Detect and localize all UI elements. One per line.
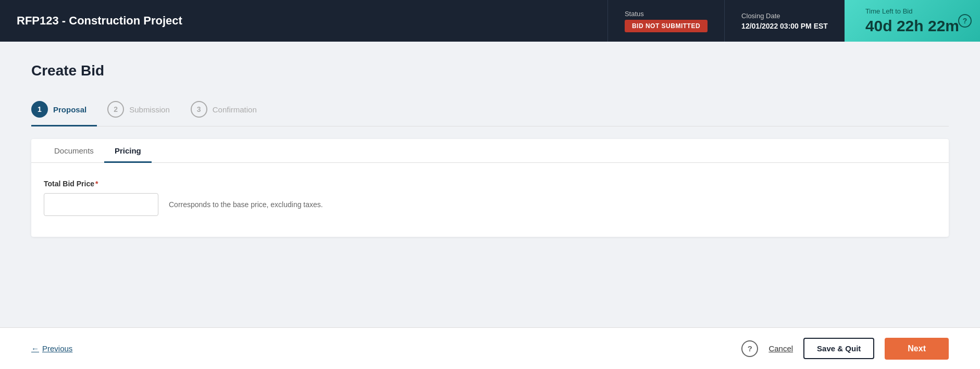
status-label: Status [625,10,708,18]
time-left-label: Time Left to Bid [865,7,959,15]
total-bid-price-row: Corresponds to the base price, excluding… [44,193,936,216]
next-button[interactable]: Next [885,338,949,360]
step-3-label: Confirmation [213,105,257,114]
total-bid-price-hint: Corresponds to the base price, excluding… [169,200,323,209]
header-title: RFP123 - Construction Project [0,0,607,42]
header-time-section: Time Left to Bid 40d 22h 22m ? [845,0,980,42]
main-content: Create Bid 1 Proposal 2 Submission 3 Con… [0,42,980,369]
closing-date-value: 12/01/2022 03:00 PM EST [741,22,828,30]
step-2-label: Submission [129,105,170,114]
tab-pricing[interactable]: Pricing [104,139,152,162]
step-1-label: Proposal [53,105,86,114]
footer-help-button[interactable]: ? [741,340,758,357]
step-3-number: 3 [191,101,207,118]
header-help-icon[interactable]: ? [958,14,972,28]
step-2-submission[interactable]: 2 Submission [107,95,180,126]
time-left-value: 40d 22h 22m [865,17,959,35]
step-3-confirmation[interactable]: 3 Confirmation [191,95,267,126]
previous-button[interactable]: ← Previous [31,344,72,353]
closing-date-label: Closing Date [741,12,828,20]
arrow-left-icon: ← [31,344,39,353]
tab-documents[interactable]: Documents [44,139,104,162]
step-2-number: 2 [107,101,124,118]
footer-left: ← Previous [31,344,741,353]
steps-nav: 1 Proposal 2 Submission 3 Confirmation [31,95,949,126]
status-badge: BID NOT SUBMITTED [625,20,708,32]
footer-right: ? Cancel Save & Quit Next [741,338,949,360]
content-card: Documents Pricing Total Bid Price* Corre… [31,139,949,237]
header: RFP123 - Construction Project Status BID… [0,0,980,42]
save-quit-button[interactable]: Save & Quit [803,338,874,359]
footer: ← Previous ? Cancel Save & Quit Next [0,327,980,369]
sub-tabs: Documents Pricing [31,139,949,163]
step-1-proposal[interactable]: 1 Proposal [31,95,97,126]
cancel-button[interactable]: Cancel [768,344,793,353]
page-title: Create Bid [31,62,949,79]
header-closing-section: Closing Date 12/01/2022 03:00 PM EST [724,0,845,42]
required-asterisk: * [95,180,98,188]
form-area: Total Bid Price* Corresponds to the base… [31,163,949,237]
total-bid-price-label: Total Bid Price* [44,180,936,188]
header-status-section: Status BID NOT SUBMITTED [607,0,724,42]
step-1-number: 1 [31,101,48,118]
total-bid-price-input[interactable] [44,193,158,216]
